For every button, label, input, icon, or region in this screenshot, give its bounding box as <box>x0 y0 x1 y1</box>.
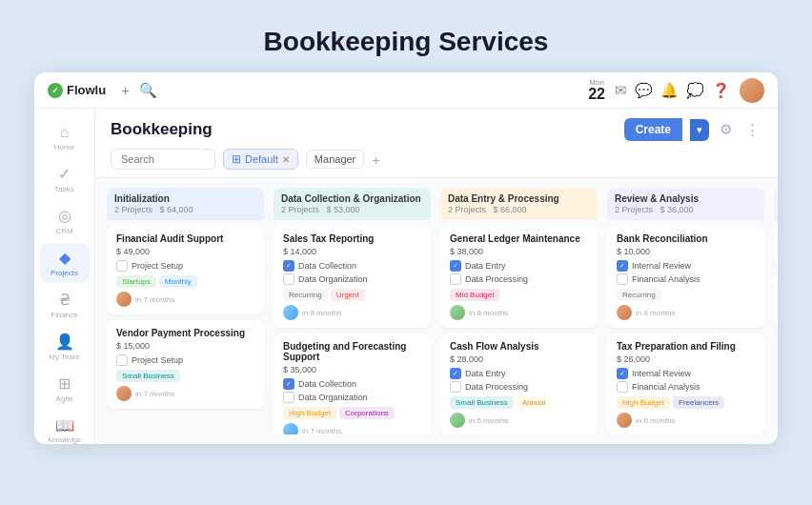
help-icon[interactable]: ❓ <box>712 82 730 99</box>
agile-icon: ⊞ <box>58 374 71 393</box>
sidebar-item-projects[interactable]: ◆ Projects <box>40 243 90 283</box>
task-label: Data Entry <box>465 261 506 271</box>
card-task2: Data Processing <box>450 381 588 393</box>
add-filter-button[interactable]: + <box>372 152 380 168</box>
checkbox-done[interactable]: ✓ <box>617 260 628 272</box>
card-footer: in 8 months <box>617 305 755 320</box>
card-tags: Mid Budget <box>450 289 588 301</box>
card-tags: Recurring <box>617 289 755 301</box>
card-amount: $ 28,000 <box>450 354 588 364</box>
card-task: ✓ Data Entry <box>450 260 588 272</box>
card-time: in 7 months <box>302 427 341 435</box>
card-time: in 5 months <box>469 416 508 425</box>
checkbox-empty[interactable] <box>283 392 294 403</box>
checkbox-empty[interactable] <box>617 381 628 393</box>
sidebar-item-home[interactable]: ⌂ Home <box>40 118 90 157</box>
date-display: Mon 22 <box>588 78 605 102</box>
checkbox-empty[interactable] <box>450 273 461 285</box>
tag-startups: Startups <box>116 275 156 288</box>
task-label: Data Processing <box>465 382 528 392</box>
card-task2: Data Processing <box>450 273 588 285</box>
col-title-data-collection: Data Collection & Organization <box>281 193 423 204</box>
card-general-ledger: General Ledger Maintenance $ 38,000 ✓ Da… <box>440 226 598 328</box>
col-cards-initialization: Financial Audit Support $ 49,000 Project… <box>107 226 264 434</box>
tag-high-budget: High Budget <box>283 407 336 419</box>
home-icon: ⌂ <box>60 124 70 141</box>
tag-monthly: Monthly <box>159 275 197 288</box>
sidebar-item-finance[interactable]: ₴ Finance <box>40 285 90 325</box>
card-time: in 8 months <box>636 309 675 317</box>
task-label: Internal Review <box>632 369 691 378</box>
filter-bar: ⊞ Default ✕ Manager + <box>111 149 762 177</box>
logo-icon: ✓ <box>48 83 63 98</box>
search-input[interactable] <box>111 149 215 170</box>
card-tags: High Budget Corporations <box>283 407 421 419</box>
card-footer: in 5 months <box>450 413 588 428</box>
create-chevron[interactable]: ▾ <box>690 119 709 141</box>
message-icon[interactable]: 💭 <box>686 82 704 99</box>
sidebar-item-tasks[interactable]: ✓ Tasks <box>40 159 90 199</box>
create-button[interactable]: Create <box>624 118 682 141</box>
more-options-icon[interactable]: ⋮ <box>742 118 762 141</box>
checkbox-empty[interactable] <box>116 354 128 366</box>
kanban-col-data-entry: Data Entry & Processing 2 Projects $ 66,… <box>440 188 598 434</box>
card-title: Cash Flow Analysis <box>450 341 588 352</box>
card-title: Sales Tax Reporting <box>283 233 421 244</box>
tag-annual: Annual <box>517 396 552 409</box>
checkbox-empty[interactable] <box>116 260 128 272</box>
checkbox-empty[interactable] <box>617 273 628 285</box>
content-title: Bookkeeping <box>111 120 213 139</box>
card-title: Financial Audit Support <box>116 233 254 244</box>
checkbox-done[interactable]: ✓ <box>283 260 294 272</box>
filter-close-icon[interactable]: ✕ <box>282 154 290 165</box>
checkbox-empty[interactable] <box>283 273 294 285</box>
card-task2: Data Organization <box>283 392 421 403</box>
col-title-review: Review & Analysis <box>615 193 757 204</box>
filter-chip-default[interactable]: ⊞ Default ✕ <box>223 149 298 170</box>
avatar[interactable] <box>740 78 764 103</box>
checkbox-done[interactable]: ✓ <box>617 368 628 379</box>
top-bar-actions: + 🔍 <box>121 82 157 99</box>
filter-chip-manager[interactable]: Manager <box>306 150 364 169</box>
chat-icon[interactable]: 💬 <box>635 82 653 99</box>
settings-icon[interactable]: ⚙ <box>717 118 735 141</box>
card-avatar <box>450 413 465 428</box>
card-footer: in 7 months <box>116 292 254 307</box>
card-title: General Ledger Maintenance <box>450 233 588 244</box>
mail-icon[interactable]: ✉ <box>615 82 627 99</box>
sidebar-item-agile[interactable]: ⊞ Agile <box>40 369 90 409</box>
card-time: in 7 months <box>135 390 174 398</box>
checkbox-done[interactable]: ✓ <box>283 378 294 390</box>
card-avatar <box>283 423 298 434</box>
logo: ✓ Flowlu <box>48 83 106 98</box>
add-button[interactable]: + <box>121 82 130 98</box>
card-footer: in 8 months <box>283 305 421 320</box>
card-task: ✓ Data Collection <box>283 260 421 272</box>
card-amount: $ 38,000 <box>450 247 588 256</box>
kanban-col-data-collection: Data Collection & Organization 2 Project… <box>274 188 431 434</box>
notification-icon[interactable]: 🔔 <box>660 82 679 99</box>
sidebar-item-knowledge[interactable]: 📖 Knowledge Base <box>40 411 90 444</box>
card-title: Bank Reconciliation <box>617 233 755 244</box>
sidebar-item-myteam[interactable]: 👤 My Team <box>40 327 90 367</box>
sidebar-label-projects: Projects <box>51 269 78 277</box>
card-title: Tax Preparation and Filing <box>617 341 755 352</box>
col-meta-data-collection: 2 Projects $ 53,000 <box>281 205 423 214</box>
card-time: in 6 months <box>636 416 675 425</box>
search-icon[interactable]: 🔍 <box>139 82 157 99</box>
card-sales-tax: Sales Tax Reporting $ 14,000 ✓ Data Coll… <box>274 226 431 328</box>
crm-icon: ◎ <box>58 207 71 225</box>
checkbox-done[interactable]: ✓ <box>450 368 461 379</box>
checkbox-done[interactable]: ✓ <box>450 260 461 272</box>
checkbox-empty[interactable] <box>450 381 461 393</box>
sidebar-item-crm[interactable]: ◎ CRM <box>40 201 90 241</box>
sidebar-label-tasks: Tasks <box>54 185 73 193</box>
card-tags: Startups Monthly <box>116 275 254 288</box>
card-task2: Financial Analysis <box>617 273 755 285</box>
main-layout: ⌂ Home ✓ Tasks ◎ CRM ◆ Projects ₴ Financ… <box>34 109 778 444</box>
page-title: Bookkeeping Services <box>264 0 549 72</box>
card-tags: Small Business <box>116 370 254 382</box>
header-right: Create ▾ ⚙ ⋮ <box>624 118 762 141</box>
col-title-data-entry: Data Entry & Processing <box>448 193 590 204</box>
manager-label: Manager <box>315 153 355 165</box>
